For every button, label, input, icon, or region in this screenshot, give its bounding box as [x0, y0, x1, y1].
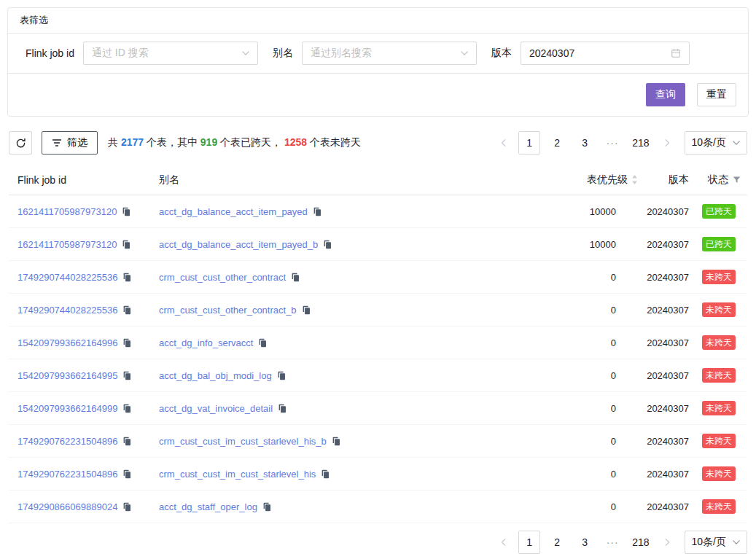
version-cell: 20240307 — [638, 305, 689, 316]
status-badge: 已跨天 — [702, 237, 736, 251]
summary-part4: 个表未跨天 — [307, 136, 361, 148]
copy-icon[interactable] — [122, 273, 132, 282]
copy-icon[interactable] — [122, 207, 131, 216]
table-toolbar: 筛选 共 2177 个表，其中 919 个表已跨天， 1258 个表未跨天 12… — [9, 131, 747, 155]
copy-icon[interactable] — [122, 338, 132, 348]
page-size-value: 10条/页 — [692, 536, 726, 549]
chevron-right-icon[interactable] — [658, 131, 676, 155]
copy-icon[interactable] — [262, 502, 272, 512]
page-size-value: 10条/页 — [692, 136, 726, 149]
column-header-alias[interactable]: 别名 — [152, 173, 514, 187]
column-header-priority-label: 表优先级 — [587, 173, 628, 187]
alias-link[interactable]: acct_dg_balance_acct_item_payed_b — [159, 239, 318, 250]
table-row: 1749290866069889024 acct_dg_staff_oper_l… — [9, 490, 747, 523]
copy-icon[interactable] — [122, 437, 132, 446]
flink-job-id-link[interactable]: 1749290744028225536 — [17, 272, 117, 283]
refresh-button[interactable] — [9, 131, 32, 155]
copy-icon[interactable] — [321, 469, 330, 479]
priority-cell: 0 — [514, 272, 638, 283]
alias-link[interactable]: acct_dg_bal_obj_modi_log — [159, 370, 272, 381]
copy-icon[interactable] — [291, 273, 300, 282]
pagination-page[interactable]: 3 — [574, 531, 596, 554]
page-size-select[interactable]: 10条/页 — [685, 531, 747, 554]
funnel-lines-icon — [52, 138, 62, 148]
flink-job-id-link[interactable]: 1542097993662164999 — [17, 403, 117, 414]
version-cell: 20240307 — [638, 206, 689, 217]
column-header-flink-job-id[interactable]: Flink job id — [9, 174, 152, 186]
pagination-page[interactable]: 2 — [546, 131, 568, 155]
pagination-page[interactable]: 2 — [546, 531, 568, 554]
table-row: 1542097993662164995 acct_dg_bal_obj_modi… — [9, 359, 747, 392]
copy-icon[interactable] — [302, 305, 311, 315]
query-button[interactable]: 查询 — [646, 83, 685, 106]
pagination-ellipsis: ··· — [601, 531, 623, 554]
refresh-icon — [15, 138, 26, 149]
chevron-right-icon[interactable] — [658, 531, 676, 554]
priority-cell: 0 — [514, 501, 638, 512]
flink-job-id-link[interactable]: 1749290744028225536 — [17, 305, 117, 316]
copy-icon[interactable] — [122, 502, 132, 512]
calendar-icon — [671, 48, 681, 58]
alias-label: 别名 — [273, 47, 293, 60]
flink-job-id-link[interactable]: 1749290762231504896 — [17, 469, 117, 480]
copy-icon[interactable] — [122, 404, 132, 413]
alias-link[interactable]: acct_dg_vat_invoice_detail — [159, 403, 273, 414]
alias-link[interactable]: crm_cust_cust_other_contract_b — [159, 305, 297, 316]
column-header-priority[interactable]: 表优先级 — [514, 173, 638, 187]
alias-link[interactable]: acct_dg_info_servacct — [159, 337, 253, 348]
pagination-page[interactable]: 3 — [574, 131, 596, 155]
pagination-page[interactable]: 1 — [518, 131, 540, 155]
funnel-icon[interactable] — [733, 176, 741, 184]
copy-icon[interactable] — [122, 469, 132, 479]
priority-cell: 0 — [514, 337, 638, 348]
alias-link[interactable]: crm_cust_cust_other_contract — [159, 272, 286, 283]
status-badge: 未跨天 — [702, 466, 736, 481]
filter-button[interactable]: 筛选 — [42, 131, 98, 155]
version-cell: 20240307 — [638, 272, 689, 283]
filter-button-label: 筛选 — [67, 136, 87, 149]
flink-job-id-link[interactable]: 1621411705987973120 — [17, 206, 117, 217]
flink-job-id-link[interactable]: 1542097993662164996 — [17, 337, 117, 348]
flink-job-id-placeholder: 通过 ID 搜索 — [92, 47, 149, 60]
alias-link[interactable]: crm_cust_cust_im_cust_starlevel_his — [159, 469, 316, 480]
page-size-select[interactable]: 10条/页 — [685, 131, 747, 155]
table-body: 1621411705987973120 acct_dg_balance_acct… — [9, 195, 747, 523]
pagination-page[interactable]: 1 — [518, 531, 540, 554]
reset-button[interactable]: 重置 — [697, 83, 736, 106]
table-row: 1621411705987973120 acct_dg_balance_acct… — [9, 228, 747, 261]
alias-select[interactable]: 通过别名搜索 — [302, 42, 477, 65]
version-label: 版本 — [491, 47, 512, 60]
chevron-left-icon[interactable] — [495, 531, 513, 554]
priority-cell: 0 — [514, 403, 638, 414]
priority-cell: 10000 — [514, 239, 638, 250]
sorter-icon[interactable] — [631, 175, 638, 184]
alias-link[interactable]: crm_cust_cust_im_cust_starlevel_his_b — [159, 436, 327, 447]
copy-icon[interactable] — [277, 371, 287, 380]
status-badge: 未跨天 — [702, 499, 736, 514]
copy-icon[interactable] — [258, 338, 268, 348]
copy-icon[interactable] — [332, 437, 341, 446]
alias-link[interactable]: acct_dg_staff_oper_log — [159, 501, 257, 512]
flink-job-id-link[interactable]: 1621411705987973120 — [17, 239, 117, 250]
chevron-left-icon[interactable] — [495, 131, 513, 155]
chevron-down-icon — [733, 539, 740, 546]
version-date-input[interactable]: 20240307 — [521, 42, 690, 65]
copy-icon[interactable] — [122, 240, 131, 249]
flink-job-id-select[interactable]: 通过 ID 搜索 — [83, 42, 258, 65]
table-row: 1621411705987973120 acct_dg_balance_acct… — [9, 195, 747, 228]
flink-job-id-link[interactable]: 1542097993662164995 — [17, 370, 117, 381]
table-row: 1542097993662164999 acct_dg_vat_invoice_… — [9, 392, 747, 425]
status-badge: 未跨天 — [702, 335, 736, 350]
copy-icon[interactable] — [122, 371, 132, 380]
flink-job-id-link[interactable]: 1749290866069889024 — [17, 501, 117, 512]
pagination-page[interactable]: 218 — [629, 531, 652, 554]
copy-icon[interactable] — [278, 404, 287, 413]
copy-icon[interactable] — [323, 240, 332, 249]
flink-job-id-link[interactable]: 1749290762231504896 — [17, 436, 117, 447]
summary-part3: 个表已跨天， — [217, 136, 284, 148]
copy-icon[interactable] — [313, 207, 322, 216]
pagination-page[interactable]: 218 — [629, 131, 652, 155]
alias-link[interactable]: acct_dg_balance_acct_item_payed — [159, 206, 308, 217]
copy-icon[interactable] — [122, 305, 132, 315]
summary-part2: 个表，其中 — [144, 136, 200, 148]
